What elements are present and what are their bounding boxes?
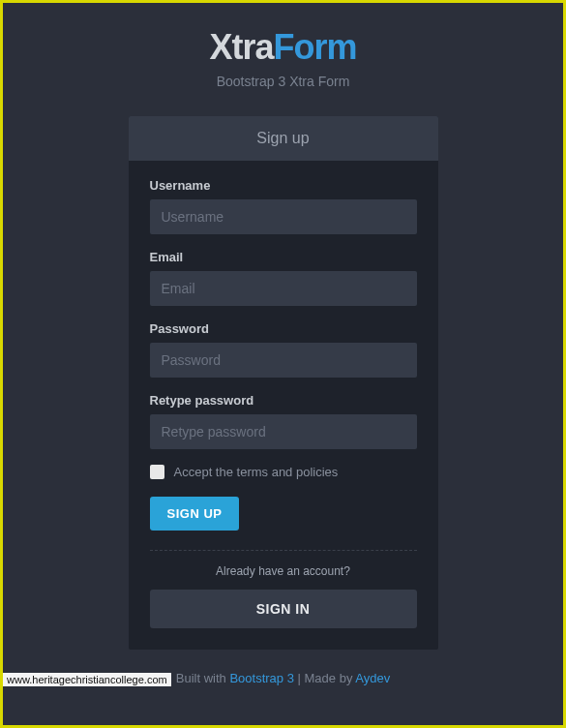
divider <box>150 550 417 551</box>
watermark-text: www.heritagechristiancollege.com <box>3 673 171 686</box>
signup-button[interactable]: SIGN UP <box>150 497 240 531</box>
tab-signup[interactable]: Sign up <box>129 116 438 161</box>
terms-label: Accept the terms and policies <box>174 465 339 479</box>
email-input[interactable] <box>150 271 417 306</box>
signin-button[interactable]: SIGN IN <box>150 590 417 628</box>
page-subtitle: Bootstrap 3 Xtra Form <box>3 74 563 89</box>
email-label: Email <box>150 250 417 264</box>
footer-middle: | Made by <box>294 671 355 685</box>
footer-prefix: Built with <box>176 671 230 685</box>
retype-label: Retype password <box>150 393 417 408</box>
footer-link-aydev[interactable]: Aydev <box>355 671 390 685</box>
signup-card: Sign up Username Email Password Retype p… <box>129 116 438 650</box>
username-input[interactable] <box>150 199 417 234</box>
username-label: Username <box>150 178 417 193</box>
logo-part-xtra: Xtra <box>209 27 273 67</box>
app-logo: XtraForm <box>3 27 563 68</box>
footer-link-bootstrap[interactable]: Bootstrap 3 <box>229 671 294 685</box>
terms-checkbox[interactable] <box>150 465 164 479</box>
already-have-account-text: Already have an account? <box>150 564 417 578</box>
password-input[interactable] <box>150 343 417 378</box>
password-label: Password <box>150 321 417 336</box>
retype-password-input[interactable] <box>150 414 417 449</box>
logo-part-form: Form <box>274 27 357 67</box>
